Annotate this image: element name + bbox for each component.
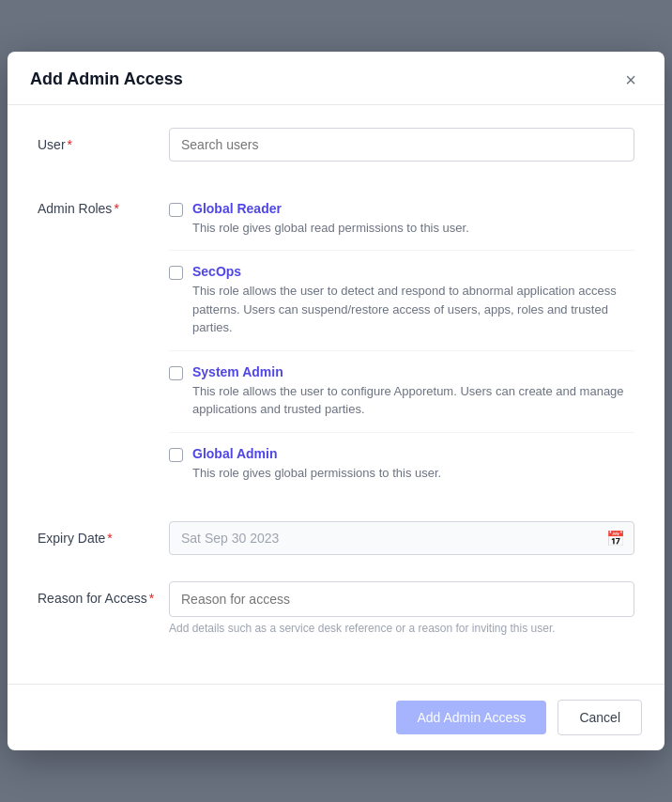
required-marker-roles: * [114,201,118,216]
expiry-date-row: Expiry Date* 📅 [38,521,634,555]
role-item-secops: SecOps This role allows the user to dete… [169,251,634,351]
role-name-system-admin: System Admin [192,364,634,379]
required-marker: * [68,137,72,152]
role-item-global-reader: Global Reader This role gives global rea… [169,188,634,252]
role-checkbox-global-admin[interactable] [169,448,183,462]
submit-button[interactable]: Add Admin Access [396,701,546,734]
required-marker-expiry: * [107,531,112,546]
role-name-secops: SecOps [192,264,634,279]
role-desc-global-reader: This role gives global read permissions … [192,219,469,238]
modal-body: User* Admin Roles* Global Reader This ro… [8,105,664,685]
date-input-wrap: 📅 [169,521,634,555]
role-item-global-admin: Global Admin This role gives global perm… [169,433,634,496]
role-desc-system-admin: This role allows the user to configure A… [192,382,634,419]
add-admin-access-modal: Add Admin Access × User* Admin Roles* [8,52,664,751]
role-desc-global-admin: This role gives global permissions to th… [192,464,441,483]
role-checkbox-system-admin[interactable] [169,366,183,380]
user-label: User* [38,128,169,152]
admin-roles-label: Admin Roles* [38,188,169,216]
reason-label: Reason for Access* [38,581,169,606]
expiry-date-input[interactable] [169,521,634,555]
role-item-system-admin: System Admin This role allows the user t… [169,351,634,433]
role-name-global-reader: Global Reader [192,201,469,216]
role-name-global-admin: Global Admin [192,446,441,461]
close-button[interactable]: × [619,69,642,91]
admin-roles-row: Admin Roles* Global Reader This role giv… [38,188,634,496]
reason-hint: Add details such as a service desk refer… [169,622,634,635]
role-desc-secops: This role allows the user to detect and … [192,282,634,337]
role-checkbox-global-reader[interactable] [169,203,183,217]
reason-field-wrap: Add details such as a service desk refer… [169,581,634,635]
user-field-wrap [169,128,634,162]
modal-header: Add Admin Access × [8,52,664,105]
reason-row: Reason for Access* Add details such as a… [38,581,634,635]
expiry-field-wrap: 📅 [169,521,634,555]
modal-footer: Add Admin Access Cancel [8,684,664,750]
user-field-row: User* [38,128,634,162]
role-checkbox-secops[interactable] [169,266,183,280]
expiry-label: Expiry Date* [38,521,169,546]
required-marker-reason: * [149,591,154,606]
modal-title: Add Admin Access [30,69,183,89]
roles-list: Global Reader This role gives global rea… [169,188,634,496]
roles-list-wrap: Global Reader This role gives global rea… [169,188,634,496]
reason-input[interactable] [169,581,634,617]
search-input[interactable] [169,128,634,162]
cancel-button[interactable]: Cancel [557,700,642,735]
